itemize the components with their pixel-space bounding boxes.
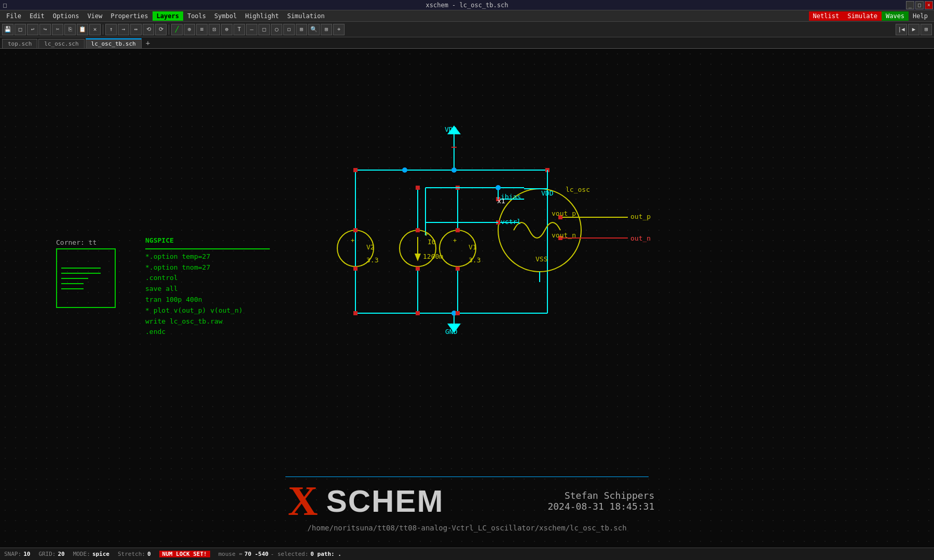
minimize-button[interactable]: _ [906,1,914,9]
ngspice-line-7: write lc_osc_tb.raw [145,316,270,327]
tb-grid[interactable]: ⌖ [333,24,345,35]
tb-zoom-in[interactable]: 🔍 [308,24,320,35]
svg-rect-27 [416,186,420,190]
ngspice-title: NGSPICE [145,235,270,246]
svg-point-10 [451,167,457,173]
tb-rotate[interactable]: ⟲ [143,24,154,35]
lc-osc-label: lc_osc [566,186,590,193]
menu-highlight[interactable]: Highlight [241,11,283,21]
menu-layers[interactable]: Layers [153,11,183,21]
vctrl-label: vctrl [501,218,521,226]
schematic-canvas[interactable]: + + + [0,49,934,548]
out-p-label: out_p [630,213,651,220]
menu-netlist[interactable]: Netlist [809,11,844,21]
menu-properties[interactable]: Properties [106,11,152,21]
tb-zoom-fit[interactable]: ⊞ [296,24,307,35]
menu-file[interactable]: File [2,11,25,21]
tb-symbol[interactable]: ⊕ [221,24,232,35]
tb-rect[interactable]: □ [258,24,270,35]
tb-copy[interactable]: ⎘ [64,24,76,35]
tab-lc-osc[interactable]: lc_osc.sch [38,39,84,48]
out-n-label: out_n [630,234,651,242]
tb-redo[interactable]: ↪ [39,24,51,35]
svg-rect-34 [456,228,460,232]
status-mode: MODE: spice [73,551,109,557]
app-icon: □ [0,2,10,9]
v2-label: V2 [366,243,375,251]
vdd-label: VDD [445,125,457,133]
maximize-button[interactable]: □ [915,1,924,9]
v1-label: V1 [469,243,477,251]
vss-label: VSS [535,255,547,263]
snap-value: 10 [23,551,30,557]
menu-tools[interactable]: Tools [183,11,210,21]
close-button[interactable]: × [925,1,933,9]
tab-add-button[interactable]: + [143,38,153,48]
selected-value: 0 path: . [310,551,341,557]
tb-line[interactable]: — [246,24,257,35]
status-grid: GRID: 20 [38,551,64,557]
mouse-label: mouse = [218,551,242,557]
vdd-inner-label: VDD [541,189,553,197]
tb-prev[interactable]: |◀ [896,24,907,35]
window-controls[interactable]: _ □ × [906,1,934,9]
symbol-line-3 [61,278,88,279]
tb-new[interactable]: □ [15,24,26,35]
svg-rect-28 [416,311,420,315]
status-mouse: mouse = 70 -540 - selected: 0 path: . [218,551,341,557]
symbol-notes-box [56,248,116,308]
i0-label: I0 [428,238,436,246]
ngspice-line-3: .control [145,273,270,284]
stretch-label: Stretch: [118,551,145,557]
tb-arc[interactable]: ◯ [271,24,282,35]
window-title: xschem - lc_osc_tb.sch [426,2,509,9]
tb-paste[interactable]: 📋 [77,24,88,35]
ngspice-line-4: save all [145,284,270,295]
status-stretch: Stretch: 0 [118,551,151,557]
menu-options[interactable]: Options [49,11,84,21]
tb-net[interactable]: ⊕ [184,24,195,35]
tb-undo[interactable]: ↩ [27,24,38,35]
svg-text:+: + [424,231,428,238]
tb-zoom-all[interactable]: ⊞ [921,24,932,35]
ngspice-line-2: *.option tnom=27 [145,262,270,273]
menu-waves[interactable]: Waves [882,11,909,21]
menu-bar: File Edit Options View Properties Layers… [0,10,934,22]
menu-simulation[interactable]: Simulation [283,11,328,21]
grid-value: 20 [58,551,65,557]
tb-text[interactable]: T [233,24,245,35]
menu-help[interactable]: Help [909,11,932,21]
v2-value: 3.3 [366,256,378,264]
tb-label[interactable]: ≡ [196,24,208,35]
tb-mirror[interactable]: ⟳ [155,24,167,35]
svg-rect-17 [353,267,358,271]
menu-view[interactable]: View [83,11,106,21]
tb-poly[interactable]: ◻ [283,24,295,35]
symbol-line-2 [61,273,101,274]
symbol-line-1 [61,268,101,269]
tb-right[interactable]: → [118,24,129,35]
menu-simulate[interactable]: Simulate [843,11,882,21]
tb-delete[interactable]: ✕ [89,24,101,35]
tb-stretch[interactable]: ↔ [130,24,142,35]
v1-value: 3.3 [469,256,480,264]
menu-edit[interactable]: Edit [25,11,49,21]
mode-label: MODE: [73,551,90,557]
tb-cut[interactable]: ✂ [52,24,63,35]
ngspice-block: NGSPICE *.option temp=27 *.option tnom=2… [145,235,270,338]
x1-label: x1 [497,197,505,205]
tb-place[interactable]: ⊡ [209,24,220,35]
tab-top-sch[interactable]: top.sch [2,39,37,48]
tb-up[interactable]: ↑ [105,24,117,35]
selected-label: - selected: [270,551,308,557]
tb-play[interactable]: ▶ [908,24,919,35]
menu-symbol[interactable]: Symbol [210,11,241,21]
tb-save[interactable]: 💾 [2,24,13,35]
tb-draw-wire[interactable]: ╱ [171,24,183,35]
tab-lc-osc-tb[interactable]: lc_osc_tb.sch [86,38,142,48]
tabs: top.sch lc_osc.sch lc_osc_tb.sch + [0,37,934,49]
corner-label: Corner: tt [56,239,97,246]
toolbar: 💾 □ ↩ ↪ ✂ ⎘ 📋 ✕ ↑ → ↔ ⟲ ⟳ ╱ ⊕ ≡ ⊡ ⊕ T — … [0,22,934,37]
tb-snap[interactable]: ⊞ [321,24,332,35]
svg-rect-37 [456,311,460,315]
